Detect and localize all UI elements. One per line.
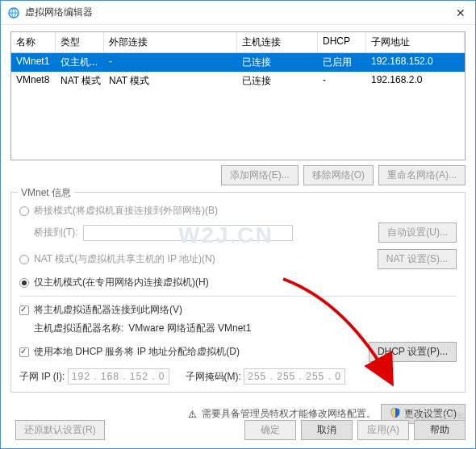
connect-host-adapter-check: 将主机虚拟适配器连接到此网络(V) — [19, 303, 457, 317]
nat-radio-option: NAT 模式(与虚拟机共享主机的 IP 地址)(N) — [19, 252, 215, 266]
checkbox-icon — [19, 306, 29, 315]
auto-settings-button: 自动设置(U)... — [378, 222, 457, 243]
rename-network-button: 重命名网络(A)... — [378, 165, 466, 185]
watermark-text: @51CTO博客 — [405, 410, 466, 424]
nat-settings-button: NAT 设置(S)... — [378, 249, 457, 269]
checkbox-icon — [19, 347, 29, 357]
warning-icon: ⚠ — [188, 409, 197, 420]
col-name[interactable]: 名称 — [11, 32, 56, 52]
radio-icon — [19, 255, 29, 264]
fieldset-legend: VMnet 信息 — [18, 186, 74, 200]
app-icon — [7, 6, 20, 19]
use-dhcp-check: 使用本地 DHCP 服务将 IP 地址分配给虚拟机(D) — [19, 345, 240, 359]
close-icon[interactable]: ✕ — [453, 6, 469, 19]
col-dhcp[interactable]: DHCP — [318, 32, 366, 52]
table-row[interactable]: VMnet8 NAT 模式 NAT 模式 已连接 - 192.168.2.0 — [11, 72, 465, 90]
host-only-radio-option: 仅主机模式(在专用网络内连接虚拟机)(H) — [19, 276, 457, 289]
bridge-to-select — [83, 225, 293, 241]
footer: 还原默认设置(R) 确定 取消 应用(A) 帮助 — [10, 420, 466, 440]
admin-warning-text: 需要具备管理员特权才能修改网络配置。 — [202, 407, 376, 421]
remove-network-button: 移除网络(O) — [303, 165, 374, 185]
shield-icon — [390, 407, 401, 421]
adapter-name-value: VMware 网络适配器 VMnet1 — [128, 322, 251, 335]
col-host[interactable]: 主机连接 — [237, 32, 318, 52]
window-title: 虚拟网络编辑器 — [25, 6, 453, 19]
virtual-network-editor-window: 虚拟网络编辑器 ✕ 名称 类型 外部连接 主机连接 DHCP 子网地址 VMne… — [0, 0, 476, 449]
ok-button: 确定 — [244, 420, 296, 440]
subnet-ip-input[interactable]: 192 . 168 . 152 . 0 — [68, 368, 169, 385]
bridge-radio-option: 桥接模式(将虚拟机直接连接到外部网络)(B) — [19, 204, 457, 218]
network-table[interactable]: 名称 类型 外部连接 主机连接 DHCP 子网地址 VMnet1 仅主机... … — [10, 31, 466, 160]
restore-defaults-button: 还原默认设置(R) — [15, 420, 105, 440]
subnet-mask-input[interactable]: 255 . 255 . 255 . 0 — [244, 368, 345, 385]
col-type[interactable]: 类型 — [56, 32, 104, 52]
col-subnet[interactable]: 子网地址 — [366, 32, 465, 52]
table-header: 名称 类型 外部连接 主机连接 DHCP 子网地址 — [11, 32, 465, 53]
table-row[interactable]: VMnet1 仅主机... - 已连接 已启用 192.168.152.0 — [11, 53, 465, 72]
radio-icon — [19, 206, 29, 216]
dhcp-settings-button[interactable]: DHCP 设置(P)... — [369, 342, 457, 362]
apply-button: 应用(A) — [357, 420, 409, 440]
cancel-button[interactable]: 取消 — [301, 420, 353, 440]
radio-icon — [19, 278, 29, 288]
vmnet-info-fieldset: VMnet 信息 桥接模式(将虚拟机直接连接到外部网络)(B) 桥接到(T): … — [10, 192, 466, 393]
add-network-button: 添加网络(E)... — [221, 165, 299, 185]
titlebar: 虚拟网络编辑器 ✕ — [1, 1, 475, 25]
col-external[interactable]: 外部连接 — [104, 32, 237, 52]
